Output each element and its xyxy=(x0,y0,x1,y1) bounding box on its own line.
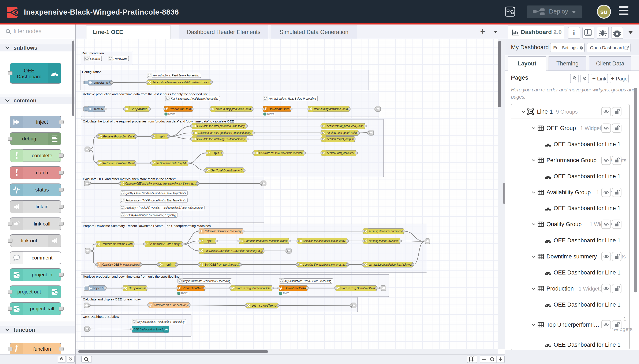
svg-text:set msg.topUnderPerformingMach: set msg.topUnderPerformingMachines xyxy=(369,263,411,266)
svg-text:Availavity = (Total Shift Dura: Availavity = (Total Shift Duration - Tot… xyxy=(125,206,203,210)
svg-text:Set params: Set params xyxy=(131,107,148,111)
svg-text:calculate OEE for each day: calculate OEE for each day xyxy=(154,303,188,307)
svg-text:Set Recent Downtime & Downtime: Set Recent Downtime & Downtime summery t… xyxy=(205,249,262,252)
svg-text:project out: project out xyxy=(17,289,41,294)
svg-text:Set and store the current line: Set and store the current line and shift… xyxy=(153,80,210,84)
svg-text:OEE Dashboard for Line 1: OEE Dashboard for Line 1 xyxy=(134,328,163,331)
svg-text:OEE Dashboard for Line 1: OEE Dashboard for Line 1 xyxy=(554,237,621,244)
svg-text:Calculate the total good units: Calculate the total good units produced … xyxy=(198,131,251,134)
svg-text:ProductionData: ProductionData xyxy=(183,286,203,290)
svg-text:Retrieve Production Data: Retrieve Production Data xyxy=(103,134,134,138)
svg-text:OEE Dashboard Subflow: OEE Dashboard Subflow xyxy=(83,315,119,318)
svg-text:timestamp ¹: timestamp ¹ xyxy=(94,81,110,84)
svg-text:ProductionData: ProductionData xyxy=(170,107,191,111)
svg-text:OEE = (Availability) * (Perfor: OEE = (Availability) * (Performance) * (… xyxy=(126,213,176,217)
svg-text:function: function xyxy=(33,346,51,352)
svg-text:DowntimeData: DowntimeData xyxy=(268,107,289,111)
svg-text:RWC: RWC xyxy=(283,292,290,295)
svg-text:OEE Dashboard for Line 1: OEE Dashboard for Line 1 xyxy=(554,270,621,276)
svg-text:Set Total Downtime to 0: Set Total Downtime to 0 xyxy=(211,168,242,172)
svg-text:Combine the data back into an: Combine the data back into an array. xyxy=(303,239,346,242)
svg-text:inject ↻: inject ↻ xyxy=(94,286,104,290)
svg-text:Line-1: Line-1 xyxy=(537,108,553,115)
svg-text:project call: project call xyxy=(30,306,54,312)
svg-text:OEE Dashboard for Line 1: OEE Dashboard for Line 1 xyxy=(554,205,621,211)
svg-text:OEE: OEE xyxy=(24,68,35,74)
svg-text:OEE Dashboard for Line 1: OEE Dashboard for Line 1 xyxy=(554,173,621,180)
svg-text:Key Instructions: Read Before: Key Instructions: Read Before Proceeding xyxy=(284,279,331,283)
svg-text:Availability Group: Availability Group xyxy=(546,189,591,196)
svg-text:store in msg.DowntimeData: store in msg.DowntimeData xyxy=(341,286,375,290)
svg-text:split: split xyxy=(213,151,219,155)
svg-text:su: su xyxy=(600,8,607,15)
svg-text:Performance Group: Performance Group xyxy=(546,157,596,164)
svg-text:set msg.oeeTrend: set msg.oeeTrend xyxy=(252,304,276,307)
svg-text:comment: comment xyxy=(32,255,53,260)
svg-text:RWC: RWC xyxy=(168,112,175,116)
svg-text:complete: complete xyxy=(32,153,52,158)
svg-text:Key Instructions: Read Before: Key Instructions: Read Before Proceeding xyxy=(171,97,218,100)
svg-text:OEE Group: OEE Group xyxy=(546,125,576,131)
svg-text:Top Underperformi…: Top Underperformi… xyxy=(546,322,599,328)
svg-text:status: status xyxy=(35,187,49,192)
svg-text:link call: link call xyxy=(34,221,51,226)
svg-text:link in: link in xyxy=(36,204,48,210)
svg-text:Calculate Downtime Summery: Calculate Downtime Summery xyxy=(205,229,241,233)
svg-text:RWC: RWC xyxy=(181,292,188,295)
svg-text:store in msg.ProductionData: store in msg.ProductionData xyxy=(236,286,270,290)
svg-text:Key Instructions: Read Before: Key Instructions: Read Before Proceeding xyxy=(268,97,316,100)
svg-text:Quality Group: Quality Group xyxy=(546,221,582,228)
svg-text:RWC: RWC xyxy=(267,112,274,116)
svg-text:Calculate OEE for each machine: Calculate OEE for each machine xyxy=(102,263,139,266)
svg-text:OEE Dashboard for Line 1: OEE Dashboard for Line 1 xyxy=(554,302,621,308)
svg-text:Calculate OEE and other metric: Calculate OEE and other metrics, then st… xyxy=(83,177,176,181)
svg-text:License: License xyxy=(90,57,100,60)
svg-text:Prepare Downtime Summary, Rece: Prepare Downtime Summary, Recent Downtim… xyxy=(83,224,211,228)
svg-text:inject ↻: inject ↻ xyxy=(94,107,103,111)
svg-text:Calculate the total downtime d: Calculate the total downtime duration xyxy=(259,151,302,155)
svg-text:Sort data from most recent to: Sort data from most recent to oldest xyxy=(244,239,287,242)
svg-text:set flow.target_output: set flow.target_output xyxy=(327,137,353,141)
svg-text:store in msg.downtime_data: store in msg.downtime_data xyxy=(313,107,348,111)
svg-text:set flow.total_downtime: set flow.total_downtime xyxy=(327,151,355,155)
svg-text:Retrieve Downtime Data: Retrieve Downtime Data xyxy=(102,242,132,246)
svg-text:split: split xyxy=(207,239,213,242)
svg-text:DowntimeData: DowntimeData xyxy=(284,286,306,290)
svg-text:Is Downtime Data Empty?: Is Downtime Data Empty? xyxy=(157,161,186,165)
svg-text:Downtime summery: Downtime summery xyxy=(546,253,597,260)
svg-text:Calculate and display OEE for: Calculate and display OEE for each day. xyxy=(83,298,141,301)
svg-text:1 Widgets: 1 Widgets xyxy=(580,125,604,131)
svg-text:Key Instructions: Read Before: Key Instructions: Read Before Proceeding xyxy=(137,320,184,324)
svg-text:README: README xyxy=(114,57,127,60)
svg-text:set msg.recentDowntime: set msg.recentDowntime xyxy=(369,239,399,242)
svg-text:Retrieve production and downti: Retrieve production and downtime data fr… xyxy=(83,275,180,278)
svg-text:project in: project in xyxy=(32,272,52,278)
svg-text:Calculate the total of the req: Calculate the total of the required prop… xyxy=(83,120,234,123)
svg-text:Production: Production xyxy=(546,286,574,292)
svg-text:Dashboard: Dashboard xyxy=(17,74,42,80)
svg-text:debug: debug xyxy=(22,136,36,142)
svg-text:Retrieve Downtime Data: Retrieve Downtime Data xyxy=(103,161,134,165)
svg-text:Documentation: Documentation xyxy=(82,51,104,55)
svg-text:split: split xyxy=(167,263,172,266)
svg-text:Key Instructions: Read Before: Key Instructions: Read Before Proceeding xyxy=(183,279,230,283)
svg-text:Calculate OEE and other metric: Calculate OEE and other metrics, then st… xyxy=(125,182,196,185)
svg-text:OEE Dashboard for Line 1: OEE Dashboard for Line 1 xyxy=(554,141,621,147)
svg-text:OEE Dashboard for Line 1: OEE Dashboard for Line 1 xyxy=(554,342,621,348)
svg-text:Configuration: Configuration xyxy=(82,70,101,74)
svg-text:1 Widgets: 1 Widgets xyxy=(578,286,602,292)
svg-text:Calculate the total produced u: Calculate the total produced units today xyxy=(197,124,245,128)
svg-text:store in msg.production_data: store in msg.production_data xyxy=(216,107,251,111)
svg-text:inject: inject xyxy=(36,119,48,125)
svg-text:Set params: Set params xyxy=(129,286,145,290)
svg-text:Sort OEE from worst to best: Sort OEE from worst to best xyxy=(205,263,239,266)
svg-text:link out: link out xyxy=(21,238,37,244)
svg-text:Combine the data back into an: Combine the data back into an array. xyxy=(303,263,346,266)
svg-text:set flow.total_produced_units: set flow.total_produced_units xyxy=(327,124,364,128)
svg-text:catch: catch xyxy=(36,170,48,176)
svg-text:Retrieve production and downti: Retrieve production and downtime data fr… xyxy=(83,92,209,96)
svg-text:Calculate the total target out: Calculate the total target output of tod… xyxy=(197,137,245,141)
svg-text:set flow.total_good_units: set flow.total_good_units xyxy=(327,131,357,134)
svg-text:Is Downtime Data Empty?: Is Downtime Data Empty? xyxy=(150,242,181,246)
svg-text:set msg.downtimeSummery: set msg.downtimeSummery xyxy=(369,229,402,233)
